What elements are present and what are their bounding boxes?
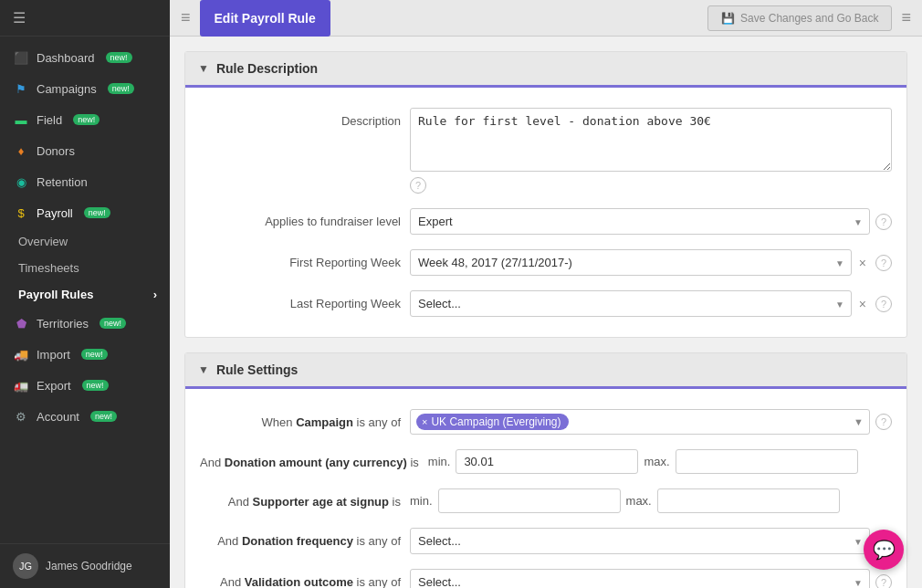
campaigns-icon: ⚑	[13, 80, 29, 97]
campaign-dropdown-arrow[interactable]: ▼	[854, 416, 864, 427]
save-icon: 💾	[721, 12, 735, 25]
frequency-select-wrap: Select... ▼	[410, 528, 870, 554]
topbar-list-icon[interactable]: ≡	[181, 8, 191, 27]
description-help-icon[interactable]: ?	[410, 177, 426, 194]
sidebar-item-timesheets[interactable]: Timesheets	[0, 255, 170, 281]
sidebar-item-payroll-rules[interactable]: Payroll Rules ›	[0, 281, 170, 308]
donation-row: And Donation amount (any currency) is mi…	[185, 442, 906, 481]
payroll-badge: new!	[84, 207, 110, 218]
last-reporting-select[interactable]: Select...	[410, 290, 852, 317]
payroll-icon: $	[13, 205, 29, 221]
sidebar-item-dashboard[interactable]: ⬛ Dashboard new!	[0, 42, 170, 73]
campaign-label: When Campaign is any of	[200, 409, 401, 429]
sidebar-item-retention[interactable]: ◉ Retention	[0, 166, 170, 197]
description-label: Description	[200, 108, 401, 128]
last-reporting-select-row: Select... ▼ ×	[410, 290, 870, 317]
donation-min-input[interactable]	[456, 449, 638, 474]
sidebar-item-payroll[interactable]: $ Payroll new!	[0, 197, 170, 228]
validation-select-wrap: Select... ▼	[410, 569, 870, 588]
sidebar-top: ☰	[0, 0, 170, 37]
sidebar-item-donors[interactable]: ♦ Donors	[0, 135, 170, 166]
topbar: ≡ Edit Payroll Rule 💾 Save Changes and G…	[170, 0, 922, 37]
payroll-rules-label: Payroll Rules	[18, 288, 93, 301]
campaign-row: When Campaign is any of × UK Campaign (E…	[185, 402, 906, 442]
last-reporting-label: Last Reporting Week	[200, 290, 401, 310]
sidebar-nav: ⬛ Dashboard new! ⚑ Campaigns new! ▬ Fiel…	[0, 37, 170, 543]
validation-label: And Validation outcome is any of	[200, 569, 401, 588]
chat-bubble[interactable]: 💬	[864, 530, 904, 570]
first-reporting-row: First Reporting Week Week 48, 2017 (27/1…	[185, 242, 906, 283]
rule-description-title: Rule Description	[216, 61, 318, 76]
campaign-control: × UK Campaign (Evergiving) ▼ ?	[410, 409, 892, 435]
validation-select[interactable]: Select...	[410, 569, 870, 588]
validation-help-icon[interactable]: ?	[875, 574, 892, 589]
description-control: ?	[410, 108, 892, 194]
campaign-help-icon[interactable]: ?	[875, 414, 892, 430]
sidebar-item-export[interactable]: 🚛 Export new!	[0, 370, 170, 401]
sidebar-label-export: Export	[37, 379, 71, 393]
frequency-select[interactable]: Select...	[410, 528, 870, 554]
description-textarea[interactable]	[410, 108, 892, 172]
content: ▼ Rule Description Description ? Applies…	[170, 37, 922, 588]
frequency-row: And Donation frequency is any of Select.…	[185, 520, 906, 562]
rule-settings-body: When Campaign is any of × UK Campaign (E…	[185, 389, 906, 588]
supporter-row: And Supporter age at signup is min. max.	[185, 481, 906, 520]
rule-description-header: ▼ Rule Description	[185, 52, 906, 88]
sidebar-item-campaigns[interactable]: ⚑ Campaigns new!	[0, 73, 170, 104]
sidebar: ☰ ⬛ Dashboard new! ⚑ Campaigns new! ▬ Fi…	[0, 0, 170, 588]
save-button[interactable]: 💾 Save Changes and Go Back	[707, 5, 892, 31]
collapse-icon[interactable]: ▼	[198, 62, 209, 75]
last-reporting-clear[interactable]: ×	[855, 295, 870, 313]
rule-settings-title: Rule Settings	[216, 362, 298, 377]
settings-collapse-icon[interactable]: ▼	[198, 363, 209, 376]
supporter-min-label: min.	[410, 494, 433, 508]
campaign-select-row: × UK Campaign (Evergiving) ▼	[410, 409, 870, 435]
last-reporting-control: Select... ▼ × ?	[410, 290, 892, 317]
export-icon: 🚛	[13, 377, 29, 394]
payroll-rules-arrow: ›	[153, 288, 157, 301]
import-badge: new!	[81, 349, 108, 360]
account-icon: ⚙	[13, 408, 29, 425]
campaign-tag-label: UK Campaign (Evergiving)	[431, 415, 561, 428]
applies-select[interactable]: Expert	[410, 208, 870, 235]
sidebar-item-territories[interactable]: ⬟ Territories new!	[0, 308, 170, 339]
supporter-max-input[interactable]	[657, 488, 840, 513]
dashboard-badge: new!	[106, 52, 132, 63]
sidebar-item-import[interactable]: 🚚 Import new!	[0, 339, 170, 370]
timesheets-label: Timesheets	[18, 261, 79, 275]
sidebar-item-overview[interactable]: Overview	[0, 228, 170, 255]
sidebar-label-field: Field	[37, 113, 62, 127]
field-icon: ▬	[13, 111, 29, 128]
applies-help-icon[interactable]: ?	[875, 214, 892, 230]
donation-control: min. max.	[428, 449, 892, 474]
donation-minmax: min. max.	[428, 449, 858, 474]
field-badge: new!	[73, 114, 100, 125]
sidebar-item-account[interactable]: ⚙ Account new!	[0, 401, 170, 432]
rule-settings-header: ▼ Rule Settings	[185, 353, 906, 389]
supporter-max-label: max.	[626, 494, 652, 508]
username: James Goodridge	[46, 560, 132, 572]
main: ≡ Edit Payroll Rule 💾 Save Changes and G…	[170, 0, 922, 588]
sidebar-label-retention: Retention	[37, 175, 88, 189]
first-reporting-help-icon[interactable]: ?	[875, 255, 892, 271]
territories-icon: ⬟	[13, 315, 29, 331]
last-reporting-select-wrap: Select... ▼	[410, 290, 852, 317]
hamburger-icon[interactable]: ☰	[13, 9, 26, 26]
last-reporting-help-icon[interactable]: ?	[875, 296, 892, 312]
sidebar-label-campaigns: Campaigns	[37, 82, 97, 96]
save-label: Save Changes and Go Back	[740, 12, 878, 25]
first-reporting-label: First Reporting Week	[200, 249, 401, 269]
first-reporting-clear[interactable]: ×	[855, 254, 870, 272]
topbar-menu-icon[interactable]: ≡	[901, 8, 911, 27]
campaign-select-wrap: × UK Campaign (Evergiving) ▼	[410, 409, 870, 435]
sidebar-label-donors: Donors	[37, 144, 75, 158]
rule-description-section: ▼ Rule Description Description ? Applies…	[184, 51, 907, 338]
applies-control: Expert ▼ ?	[410, 208, 892, 235]
donation-max-input[interactable]	[676, 449, 858, 474]
campaign-tag-remove[interactable]: ×	[422, 416, 427, 427]
import-icon: 🚚	[13, 346, 29, 362]
first-reporting-select[interactable]: Week 48, 2017 (27/11/2017-)	[410, 249, 852, 276]
page-title: Edit Payroll Rule	[200, 0, 330, 37]
supporter-min-input[interactable]	[438, 488, 621, 513]
sidebar-item-field[interactable]: ▬ Field new!	[0, 104, 170, 135]
